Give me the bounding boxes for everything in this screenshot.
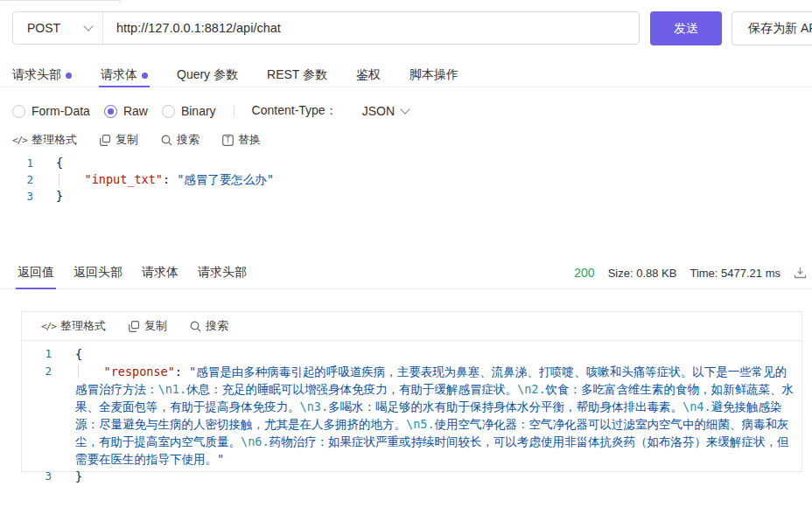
tab-request-headers[interactable]: 请求头部 [12,63,72,87]
code-text: "response": "感冒是由多种病毒引起的呼吸道疾病，主要表现为鼻塞、流鼻… [75,363,802,468]
code-line[interactable]: 2 "input_txt": "感冒了要怎么办" [0,171,803,188]
replace-button[interactable]: T 替换 [222,132,261,148]
response-toolbar: </> 整理格式 复制 搜索 [22,312,802,341]
request-url-bar: POST http://127.0.0.1:8812/api/chat [12,11,640,45]
magnifier-icon [190,321,201,332]
format-button[interactable]: </> 整理格式 [41,318,106,334]
line-number: 1 [0,155,33,171]
chevron-down-icon [400,104,410,114]
search-button[interactable]: 搜索 [190,318,228,334]
format-button[interactable]: </> 整理格式 [12,132,77,148]
search-label: 搜索 [206,318,228,334]
format-label: 整理格式 [32,132,77,148]
download-button[interactable] [794,267,807,280]
download-icon [794,267,807,280]
tab-label: 鉴权 [356,67,381,83]
content-type-label: Content-Type： [252,103,338,119]
tab-request-body[interactable]: 请求体 [101,63,148,87]
request-body-editor[interactable]: 1 { 2 "input_txt": "感冒了要怎么办" 3 } [0,155,803,205]
has-data-dot [142,73,148,79]
code-line: 2 "response": "感冒是由多种病毒引起的呼吸道疾病，主要表现为鼻塞、… [22,363,802,468]
tab-label: 请求体 [101,67,137,83]
response-panel: </> 整理格式 复制 搜索 1 { 2 "response": "感冒是由多种… [21,311,802,472]
search-button[interactable]: 搜索 [161,132,200,148]
tab-label: 请求头部 [12,67,61,83]
replace-icon: T [222,135,234,146]
copy-icon [100,135,111,146]
status-code: 200 [574,266,594,280]
radio-icon [162,105,175,118]
browser-tab-remnant [0,0,121,3]
response-meta: 200 Size: 0.88 KB Time: 5477.21 ms [574,256,807,289]
svg-text:T: T [225,136,230,144]
copy-button[interactable]: 复制 [129,318,167,334]
url-input[interactable]: http://127.0.0.1:8812/api/chat [103,21,639,35]
tab-label: REST 参数 [267,67,327,83]
code-text: { [56,155,803,171]
save-as-new-api-button[interactable]: 保存为新 API [732,11,812,45]
api-debug-page: POST http://127.0.0.1:8812/api/chat 发送 保… [0,0,812,514]
tab-sent-request-headers[interactable]: 请求头部 [198,256,247,288]
content-type-select[interactable]: JSON [362,104,409,118]
copy-label: 复制 [116,132,138,148]
request-tabs: 请求头部 请求体 Query 参数 REST 参数 鉴权 脚本操作 [0,63,812,87]
code-text: } [56,188,803,205]
chevron-down-icon [83,21,93,31]
line-number: 2 [22,363,52,380]
divider [234,105,234,117]
radio-form-data[interactable]: Form-Data [12,104,90,118]
line-number: 1 [22,345,52,363]
line-number: 3 [0,188,33,205]
copy-button[interactable]: 复制 [100,132,138,148]
request-editor-toolbar: </> 整理格式 复制 搜索 T 替换 [12,132,261,148]
format-label: 整理格式 [60,318,106,334]
code-line: 3 } [22,468,802,485]
radio-label: Form-Data [32,104,90,118]
code-text: "input_txt": "感冒了要怎么办" [56,171,803,188]
magnifier-icon [161,135,172,146]
tab-label: 脚本操作 [410,67,458,83]
send-button[interactable]: 发送 [650,11,722,45]
tab-response-headers[interactable]: 返回头部 [74,256,122,288]
tab-scripts[interactable]: 脚本操作 [410,63,458,87]
radio-raw[interactable]: Raw [104,104,148,118]
line-number: 3 [22,468,52,485]
tab-rest-params[interactable]: REST 参数 [267,63,327,87]
tab-label: 请求头部 [198,265,247,281]
copy-label: 复制 [144,318,167,334]
code-text: } [75,468,802,485]
body-type-selector: Form-Data Raw Binary Content-Type： JSON [12,98,409,124]
method-select[interactable]: POST [13,12,103,44]
content-type-value: JSON [362,104,395,118]
tab-label: 返回值 [18,265,54,281]
code-icon: </> [41,321,56,332]
radio-checked-icon [104,105,117,118]
radio-binary[interactable]: Binary [162,104,216,118]
response-size: Size: 0.88 KB [608,267,677,280]
code-line: 1 { [22,345,802,363]
tab-response-body[interactable]: 返回值 [18,256,54,288]
radio-label: Raw [123,104,148,118]
replace-label: 替换 [238,132,261,148]
tab-label: 请求体 [142,265,178,281]
search-label: 搜索 [177,132,200,148]
tab-auth[interactable]: 鉴权 [356,63,381,87]
tab-label: Query 参数 [177,67,238,83]
method-value: POST [27,21,60,35]
response-body-editor: 1 { 2 "response": "感冒是由多种病毒引起的呼吸道疾病，主要表现… [22,341,802,485]
copy-icon [129,321,140,332]
code-text: { [75,345,802,363]
tab-query-params[interactable]: Query 参数 [177,63,238,87]
tab-sent-request-body[interactable]: 请求体 [142,256,178,288]
code-line[interactable]: 3 } [0,188,803,205]
response-time: Time: 5477.21 ms [690,267,780,280]
code-line[interactable]: 1 { [0,155,803,171]
line-number: 2 [0,171,33,188]
radio-icon [12,105,25,118]
radio-label: Binary [181,104,216,118]
has-data-dot [66,73,72,79]
tab-label: 返回头部 [74,265,122,281]
code-icon: </> [12,135,27,146]
